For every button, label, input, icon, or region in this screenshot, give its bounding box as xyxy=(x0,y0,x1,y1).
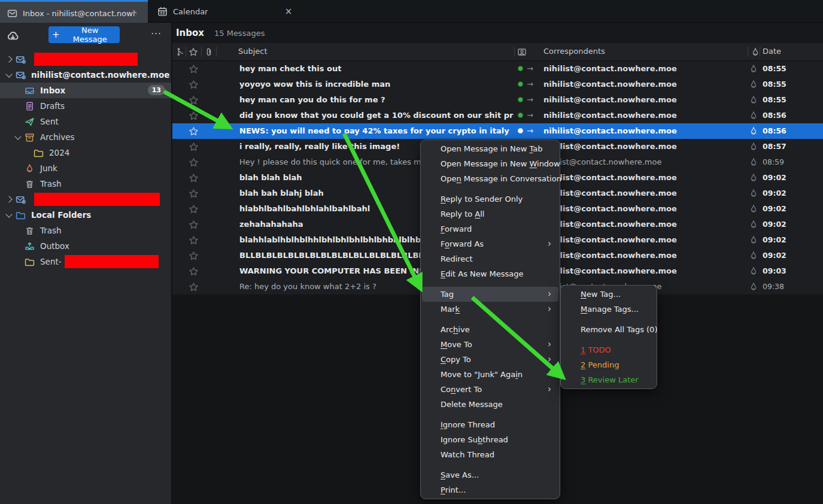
cloud-download-icon[interactable] xyxy=(7,29,19,42)
folder-pane-options-icon[interactable]: ··· xyxy=(148,26,164,42)
star-icon[interactable] xyxy=(189,220,199,230)
expander-chevron-icon[interactable] xyxy=(14,133,21,139)
column-correspondents[interactable]: Correspondents xyxy=(543,47,605,56)
star-icon[interactable] xyxy=(189,235,199,245)
menu-item[interactable]: Archive xyxy=(422,322,558,337)
folder-tree-item[interactable] xyxy=(0,51,171,67)
message-row[interactable]: hey man can you do this for me ? → nihil… xyxy=(172,92,823,108)
folder-tree-item[interactable]: 2024 xyxy=(0,145,171,160)
menu-item[interactable]: Reply to Sender Only xyxy=(422,192,558,207)
close-tab-icon[interactable]: × xyxy=(283,5,294,17)
menu-item[interactable]: Edit As New Message xyxy=(422,266,558,281)
menu-item[interactable]: Watch Thread xyxy=(422,447,558,462)
junk-flame-icon[interactable] xyxy=(749,142,758,151)
folder-tree-item[interactable]: Inbox 13 xyxy=(0,83,171,98)
junk-flame-icon[interactable] xyxy=(749,266,758,276)
menu-item[interactable]: Reply to All xyxy=(422,207,558,221)
contact-column-icon[interactable] xyxy=(517,47,527,57)
expander-chevron-icon[interactable] xyxy=(5,56,12,62)
star-icon[interactable] xyxy=(189,111,199,121)
folder-tree-item[interactable]: Junk xyxy=(0,160,171,176)
star-icon[interactable] xyxy=(189,204,199,214)
star-icon[interactable] xyxy=(189,157,199,168)
menu-item[interactable]: Mark › xyxy=(422,302,558,317)
star-icon[interactable] xyxy=(189,282,199,292)
menu-item[interactable]: Move to "Junk" Again xyxy=(422,367,558,382)
junk-flame-icon[interactable] xyxy=(749,204,758,214)
expander-chevron-icon[interactable] xyxy=(5,196,12,202)
tab-calendar[interactable]: Calendar xyxy=(148,0,208,23)
message-row[interactable]: hey man check this out → nihilist@contac… xyxy=(172,61,823,77)
folder-tree-item[interactable]: nihilist@contact.nowhere.moe xyxy=(0,67,171,83)
menu-item[interactable]: Open Message in Conversation xyxy=(422,171,558,186)
thread-column-icon[interactable] xyxy=(176,47,186,57)
junk-flame-icon[interactable] xyxy=(749,251,758,260)
message-row[interactable]: did you know that you could get a 10% di… xyxy=(172,108,823,123)
junk-flame-icon[interactable] xyxy=(749,282,758,292)
tag-menu-item[interactable]: 1 TODO xyxy=(562,342,655,357)
junk-flame-icon[interactable] xyxy=(749,189,758,198)
menu-item[interactable]: Forward As › xyxy=(422,236,558,251)
folder-tree-item[interactable]: Drafts xyxy=(0,98,171,114)
folder-tree-item[interactable]: Local Folders xyxy=(0,207,171,223)
message-row[interactable]: NEWS: you will need to pay 42% taxes for… xyxy=(172,123,823,139)
menu-item[interactable]: Tag › xyxy=(422,287,558,302)
tab-inbox[interactable]: Inbox - nihilist@contact.nowhere.moe xyxy=(0,0,148,23)
tag-menu-item[interactable]: Manage Tags... xyxy=(562,302,655,317)
folder-tree-item[interactable]: Sent- xyxy=(0,254,171,269)
menu-item[interactable]: Move To › xyxy=(422,337,558,352)
star-icon[interactable] xyxy=(189,126,199,136)
menu-item[interactable]: Delete Message xyxy=(422,397,558,412)
menu-item[interactable]: Open Message in New Window xyxy=(422,156,558,171)
new-message-button[interactable]: + New Message xyxy=(48,26,120,43)
junk-flame-icon[interactable] xyxy=(749,80,758,89)
menu-item[interactable]: Ignore Thread xyxy=(422,417,558,432)
folder-tree-item[interactable]: Trash xyxy=(0,223,171,238)
expander-chevron-icon[interactable] xyxy=(5,211,12,217)
menu-item-label: Watch Thread xyxy=(441,450,551,459)
tag-menu-item[interactable]: Remove All Tags (0) xyxy=(562,322,655,337)
menu-item[interactable]: Redirect xyxy=(422,251,558,266)
unread-count-badge: 13 xyxy=(148,85,165,95)
star-icon[interactable] xyxy=(189,80,199,90)
folder-tree-item[interactable]: Outbox xyxy=(0,238,171,254)
tag-menu-item[interactable]: 2 Pending xyxy=(562,357,655,372)
submenu-chevron-icon: › xyxy=(548,385,551,394)
junk-flame-icon[interactable] xyxy=(749,235,758,245)
junk-flame-icon[interactable] xyxy=(749,64,758,74)
star-icon[interactable] xyxy=(189,95,199,105)
folder-tree-item[interactable]: Trash xyxy=(0,176,171,192)
star-column-icon[interactable] xyxy=(189,47,198,57)
star-icon[interactable] xyxy=(189,189,199,199)
junk-flame-icon[interactable] xyxy=(749,173,758,183)
menu-item[interactable]: Ignore Subthread xyxy=(422,432,558,447)
menu-item[interactable]: Save As... xyxy=(422,467,558,482)
message-row[interactable]: yoyoyo wow this is incredible man → nihi… xyxy=(172,77,823,92)
menu-item[interactable]: Copy To › xyxy=(422,352,558,367)
column-date[interactable]: Date xyxy=(763,47,781,56)
folder-tree-item[interactable]: Sent xyxy=(0,114,171,129)
junk-column-icon[interactable] xyxy=(751,47,760,57)
tag-menu-item[interactable]: 3 Review Later xyxy=(562,372,655,387)
folder-tree-item[interactable]: Archives xyxy=(0,129,171,145)
star-icon[interactable] xyxy=(189,266,199,277)
tag-menu-item[interactable]: New Tag... xyxy=(562,287,655,302)
menu-item[interactable]: Open Message in New Tab xyxy=(422,141,558,156)
star-icon[interactable] xyxy=(189,142,199,152)
junk-flame-icon[interactable] xyxy=(749,95,758,105)
junk-flame-icon[interactable] xyxy=(749,220,758,229)
star-icon[interactable] xyxy=(189,173,199,183)
attachment-column-icon[interactable] xyxy=(204,47,214,57)
message-correspondent: nihilist@contact.nowhere.moe xyxy=(543,123,741,139)
star-icon[interactable] xyxy=(189,64,199,74)
expander-chevron-icon[interactable] xyxy=(5,71,12,77)
column-subject[interactable]: Subject xyxy=(238,47,268,56)
junk-flame-icon[interactable] xyxy=(749,157,758,167)
menu-item[interactable]: Convert To › xyxy=(422,382,558,397)
star-icon[interactable] xyxy=(189,251,199,261)
menu-item[interactable]: Forward xyxy=(422,221,558,236)
menu-item[interactable]: Print... xyxy=(422,482,558,497)
junk-flame-icon[interactable] xyxy=(749,111,758,120)
folder-tree-item[interactable] xyxy=(0,192,171,207)
junk-flame-icon[interactable] xyxy=(749,126,758,136)
